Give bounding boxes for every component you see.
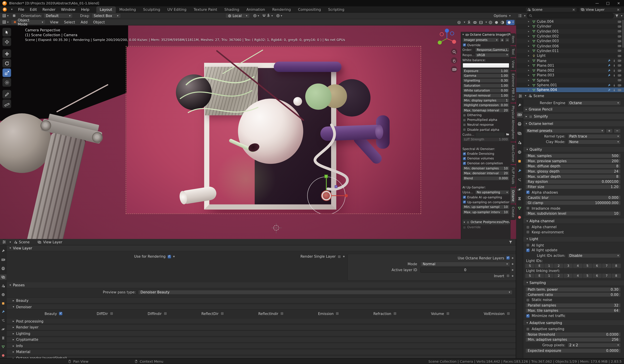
animate-dot[interactable]	[512, 275, 513, 277]
workspace-tab-sculpting[interactable]: Sculpting	[139, 6, 164, 13]
show-overlays-icon[interactable]	[473, 20, 477, 24]
scene-selector[interactable]: Scene	[525, 7, 577, 12]
disable-partial-alpha-checkbox[interactable]	[463, 128, 466, 131]
workspace-tab-compositing[interactable]: Compositing	[294, 6, 324, 13]
navigation-gizmo[interactable]	[436, 27, 458, 48]
workspace-tab-uv-editing[interactable]: UV Editing	[164, 6, 190, 13]
screw-icon[interactable]	[613, 69, 616, 72]
toggle-xray-icon[interactable]	[479, 20, 483, 24]
animate-dot[interactable]	[173, 256, 175, 257]
outliner-item-plane-003[interactable]: ▸Plane.003	[516, 73, 624, 78]
viewport-menu-select[interactable]: Select	[61, 19, 78, 25]
value-gamma[interactable]: Gamma1.00	[463, 73, 509, 78]
section-quality[interactable]: ▾Quality	[523, 146, 624, 152]
denoise-on-completion-checkbox[interactable]	[463, 162, 466, 165]
workspace-tab-rendering[interactable]: Rendering	[269, 6, 294, 13]
filter-icon[interactable]	[509, 240, 513, 244]
render-visibility-icon[interactable]	[618, 39, 621, 43]
outliner-scrollbar[interactable]	[623, 20, 624, 48]
denoise-volumes-checkbox[interactable]	[463, 157, 466, 160]
scene-object-small-sphere[interactable]	[293, 97, 302, 106]
render-visibility-icon[interactable]	[618, 78, 621, 82]
bottom-tab-modifiers[interactable]	[0, 309, 6, 315]
screw-icon[interactable]	[613, 73, 616, 77]
subpanel-octane-render-layers-global-[interactable]: ▸Octane render layers(Global)	[7, 355, 516, 359]
modifier-wrench-icon[interactable]	[607, 59, 611, 62]
tool-transform[interactable]	[2, 78, 11, 87]
value-min-display-samples[interactable]: Min. display samples1	[463, 98, 509, 103]
sidebar-tab-octane[interactable]: Octane	[511, 188, 516, 204]
outliner-item-cylinder-003[interactable]: ▸Cylinder.003	[516, 39, 624, 44]
outliner-item-plane-002[interactable]: ▸Plane.002	[516, 68, 624, 73]
preview-pass-dropdown[interactable]: Denoiser Beauty▾	[138, 290, 513, 294]
segment-5[interactable]: 5	[583, 263, 592, 268]
outliner-item-cube-004[interactable]: ▸Cube.004	[516, 19, 624, 24]
bottom-tab-constraints[interactable]	[0, 335, 6, 341]
section-sampling[interactable]: ▾Sampling	[523, 280, 624, 286]
use-for-rendering-checkbox[interactable]	[168, 255, 171, 258]
render-visibility-icon[interactable]	[618, 44, 621, 48]
close-icon[interactable]	[572, 8, 575, 11]
bottom-tab-render[interactable]	[0, 257, 6, 263]
value-max-scatter-depth[interactable]: Max. scatter depth8	[525, 174, 621, 179]
render-visibility-icon[interactable]	[618, 69, 621, 72]
gizmo-x-handle[interactable]	[345, 194, 348, 197]
properties-tab-render[interactable]	[516, 112, 523, 118]
segment-8[interactable]: 8	[612, 273, 621, 278]
expand-icon[interactable]: ▸	[528, 89, 531, 92]
properties-icon[interactable]	[2, 240, 6, 244]
outliner-item-cylinder-011[interactable]: ▸Cylinder.011	[516, 48, 624, 53]
imager-presets-dropdown[interactable]: Imager presets▾	[463, 38, 499, 42]
subpanel-cryptomatte[interactable]: ▸Cryptomatte	[7, 337, 516, 343]
tool-cursor[interactable]	[2, 37, 11, 46]
value-white-saturation[interactable]: White saturation0.00	[463, 88, 509, 93]
animate-dot[interactable]	[343, 256, 345, 257]
tool-annotate[interactable]	[2, 90, 11, 98]
show-gizmo-icon[interactable]	[467, 20, 471, 24]
outliner-icon[interactable]	[518, 13, 522, 18]
segment-2[interactable]: 2	[554, 263, 563, 268]
properties-tab-object[interactable]	[516, 158, 523, 164]
value-max-glossy-depth[interactable]: Max. glossy depth24	[525, 169, 621, 174]
expand-icon[interactable]: ▸	[528, 59, 531, 62]
menu-file[interactable]: File	[15, 6, 27, 13]
value-expected-exposure[interactable]: Expected exposure0.0000	[525, 348, 621, 353]
segment-e[interactable]: E	[535, 263, 544, 268]
value-vignetting[interactable]: Vignetting0.30	[463, 78, 509, 83]
proportional-edit-icon[interactable]	[276, 13, 280, 18]
properties-tab-data[interactable]	[516, 205, 523, 211]
sidebar-tab-item[interactable]: Item	[511, 33, 516, 45]
workspace-tab-texture-paint[interactable]: Texture Paint	[190, 6, 221, 13]
blender-menu-button[interactable]: ▾	[0, 6, 15, 13]
subpanel-post-processing[interactable]: ▸Post processing	[7, 318, 516, 324]
scene-object-green-disc[interactable]	[305, 84, 332, 110]
modifier-wrench-icon[interactable]	[607, 64, 611, 67]
viewport-menu-object[interactable]: Object	[90, 19, 108, 25]
properties-tab-physics[interactable]	[516, 186, 523, 192]
render-visibility-icon[interactable]	[618, 88, 621, 92]
gizmo-center[interactable]	[322, 191, 331, 200]
outliner-item-cylinder[interactable]: ▸Cylinder	[516, 24, 624, 29]
simplify-checkbox[interactable]	[529, 115, 532, 118]
alpha-channel-checkbox[interactable]	[526, 225, 530, 229]
value-noise-threshold[interactable]: Noise threshold0.0300	[525, 332, 621, 337]
segment-6[interactable]: 6	[593, 273, 601, 278]
view-layer-panel-header[interactable]: ▾View Layer	[7, 245, 516, 251]
use-octane-layers-checkbox[interactable]	[506, 256, 510, 260]
pan-hand-icon[interactable]	[452, 58, 456, 63]
snap-magnet-icon[interactable]	[262, 13, 266, 18]
tool-move[interactable]	[2, 49, 11, 58]
render-engine-dropdown[interactable]: Octane▾	[567, 101, 621, 105]
value-saturation[interactable]: Saturation1.00	[463, 83, 509, 88]
menu-dropdown[interactable]: 2 x 2▾	[567, 343, 621, 347]
animate-dot[interactable]	[512, 257, 513, 259]
panel-expand-icon[interactable]: ▾	[464, 220, 465, 224]
tool-select-box[interactable]	[2, 28, 11, 37]
workspace-tab-shading[interactable]: Shading	[221, 6, 243, 13]
modifier-wrench-icon[interactable]	[607, 69, 611, 72]
expand-icon[interactable]: ▸	[528, 69, 531, 72]
mode-dropdown[interactable]: Normal▾	[420, 262, 510, 266]
close-icon[interactable]	[572, 8, 575, 11]
workspace-tab-scripting[interactable]: Scripting	[324, 6, 348, 13]
menu-dropdown[interactable]: Disable▾	[567, 253, 621, 258]
